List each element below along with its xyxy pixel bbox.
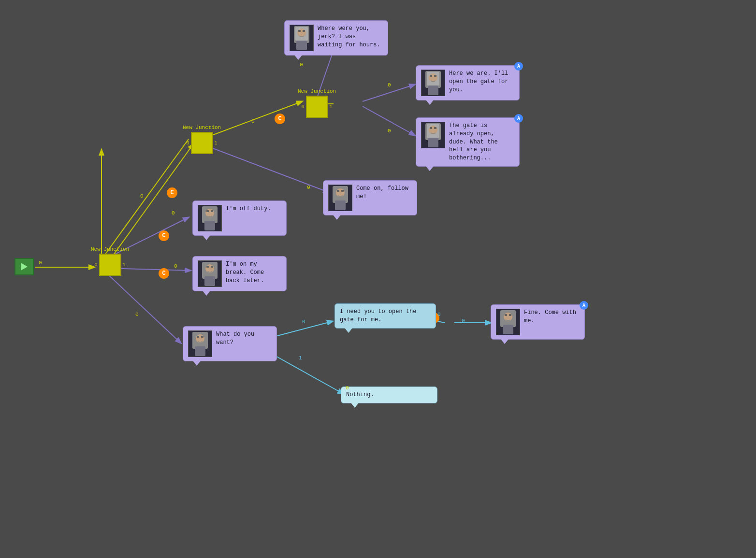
j1-num-right: 1: [123, 262, 126, 268]
edge-0-j3-here: 0: [388, 82, 391, 88]
junction-1-label: New Junction: [91, 246, 129, 253]
badge-c-2[interactable]: C: [167, 187, 177, 198]
svg-rect-28: [434, 75, 436, 77]
svg-point-25: [429, 73, 437, 82]
svg-rect-52: [195, 346, 205, 356]
svg-line-11: [268, 321, 333, 338]
portrait-7: [188, 330, 212, 357]
portrait-5: [198, 205, 222, 231]
svg-rect-27: [430, 75, 432, 77]
junction-2-box[interactable]: [191, 132, 213, 154]
edge-0-j3-bubble1: 0: [300, 62, 303, 68]
junction-1[interactable]: New Junction 0 1: [91, 246, 129, 276]
bubble-on-break[interactable]: I'm on my break. Come back later.: [192, 256, 287, 291]
svg-rect-38: [337, 190, 339, 192]
bubble-fine-come[interactable]: Fine. Come with me. A: [491, 304, 585, 340]
edge-0-j3-gate: 0: [388, 128, 391, 134]
bubble-here-we-are-text: Here we are. I'll open the gate for you.: [449, 70, 514, 94]
svg-rect-22: [303, 30, 305, 32]
edge-label-start: 0: [39, 260, 42, 266]
edge-0-j2-come-on: 0: [307, 185, 310, 190]
j1-num-left: 0: [95, 262, 98, 268]
bubble-gate-already[interactable]: The gate is already open, dude. What the…: [416, 117, 520, 167]
j3-num-right: 1: [330, 104, 333, 110]
svg-rect-47: [204, 276, 215, 286]
edge-0-need-fine2: 0: [462, 318, 465, 324]
svg-rect-20: [296, 41, 307, 50]
edge-0-j1-j2: 0: [140, 193, 144, 199]
junction-3[interactable]: New Junction 0 1: [298, 88, 336, 118]
svg-rect-26: [428, 86, 438, 95]
edge-0-j1-off-duty: 0: [172, 210, 175, 216]
svg-line-10: [106, 273, 181, 343]
svg-rect-44: [211, 210, 213, 212]
edge-0-need-fine1: 0: [437, 312, 441, 317]
junction-2[interactable]: New Junction 0 1: [183, 125, 221, 154]
bubble-come-on[interactable]: Come on, follow me!: [323, 180, 417, 215]
svg-rect-37: [335, 200, 346, 210]
svg-point-56: [504, 313, 512, 321]
svg-line-1: [107, 144, 193, 263]
junction-2-label: New Junction: [183, 125, 221, 131]
edge-0-what-need: 0: [302, 319, 305, 325]
bubble-come-on-text: Come on, follow me!: [356, 185, 412, 201]
edge-0-nothing: 0: [346, 385, 349, 391]
bubble-nothing-text: Nothing.: [346, 391, 374, 399]
bubble-where-were-you-text: Where were you, jerk? I was waiting for …: [318, 25, 383, 49]
svg-rect-42: [204, 221, 215, 230]
svg-rect-33: [430, 127, 432, 129]
j2-num-left: 0: [187, 141, 189, 146]
svg-rect-53: [197, 336, 199, 338]
badge-a-2: A: [514, 114, 523, 123]
edge-1-what-nothing: 1: [299, 355, 302, 361]
portrait-6: [198, 260, 222, 287]
junction-3-label: New Junction: [298, 88, 336, 95]
svg-rect-49: [211, 266, 213, 268]
svg-rect-21: [298, 30, 301, 32]
svg-rect-54: [201, 336, 204, 338]
svg-line-16: [104, 139, 189, 256]
bubble-on-break-text: I'm on my break. Come back later.: [226, 260, 281, 285]
bubble-off-duty-text: I'm off duty.: [226, 205, 271, 213]
portrait-1: [290, 25, 314, 51]
j2-num-right: 1: [215, 141, 218, 146]
bubble-gate-already-text: The gate is already open, dude. What the…: [449, 122, 514, 162]
bubble-here-we-are[interactable]: Here we are. I'll open the gate for you.…: [416, 65, 520, 100]
badge-c-1[interactable]: C: [275, 114, 285, 124]
portrait-2: [421, 70, 445, 96]
junction-3-box[interactable]: [306, 96, 328, 118]
bubble-fine-come-text: Fine. Come with me.: [524, 309, 580, 325]
bubble-off-duty[interactable]: I'm off duty.: [192, 200, 287, 236]
svg-line-7: [208, 146, 329, 192]
bubble-need-you-open-text: I need you to open the gate for me.: [340, 308, 431, 324]
badge-c-4[interactable]: C: [159, 268, 169, 279]
bubble-need-you-open[interactable]: I need you to open the gate for me.: [334, 303, 436, 329]
badge-a-1: A: [514, 62, 523, 71]
edge-0-j1-on-break: 0: [174, 263, 177, 269]
svg-point-41: [205, 209, 214, 217]
svg-rect-58: [505, 314, 507, 316]
svg-rect-57: [503, 325, 513, 334]
junction-1-box[interactable]: [99, 254, 121, 276]
svg-point-19: [297, 29, 306, 37]
edge-0-j1-what: 0: [135, 312, 139, 317]
svg-rect-39: [341, 190, 344, 192]
start-node[interactable]: [15, 258, 34, 275]
portrait-3: [421, 122, 445, 148]
play-icon: [21, 263, 28, 271]
svg-rect-43: [206, 210, 209, 212]
edge-0-j2-j3: 0: [251, 118, 255, 124]
svg-point-36: [336, 188, 345, 197]
svg-point-31: [429, 126, 437, 134]
bubble-what-do-you[interactable]: What do you want?: [183, 326, 277, 361]
svg-rect-59: [509, 314, 511, 316]
bubble-nothing[interactable]: Nothing.: [341, 386, 437, 403]
bubble-where-were-you[interactable]: Where were you, jerk? I was waiting for …: [284, 20, 388, 56]
badge-a-3: A: [580, 301, 588, 310]
connections-layer: [0, 0, 756, 558]
badge-c-3[interactable]: C: [159, 230, 169, 241]
svg-rect-48: [206, 266, 209, 268]
svg-rect-34: [434, 127, 436, 129]
portrait-4: [328, 185, 352, 211]
canvas: 0 New Junction 0 1 New Junction 0 1 New …: [0, 0, 756, 558]
